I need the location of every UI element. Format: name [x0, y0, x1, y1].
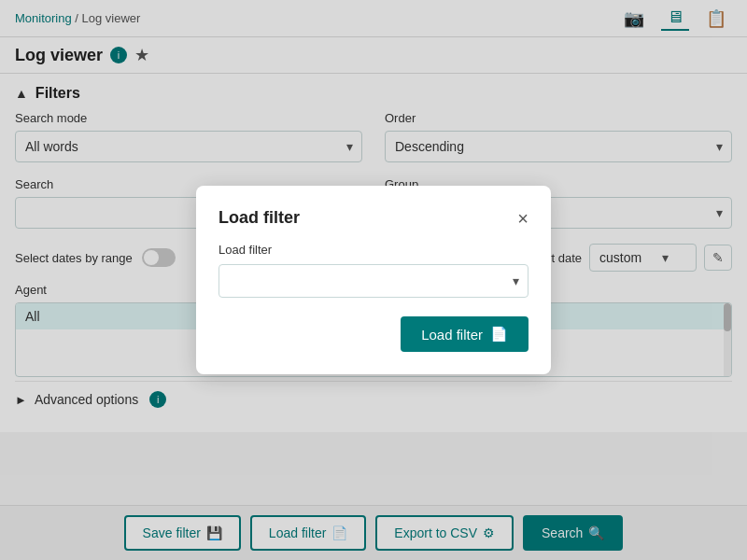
modal-header: Load filter ×: [218, 208, 529, 228]
modal-load-filter-select[interactable]: [218, 264, 529, 298]
modal-submit-button[interactable]: Load filter 📄: [401, 316, 529, 352]
modal-title: Load filter: [218, 208, 300, 228]
modal-footer: Load filter 📄: [218, 316, 529, 352]
modal-close-button[interactable]: ×: [517, 209, 529, 228]
load-filter-modal: Load filter × Load filter Load filter 📄: [196, 186, 551, 374]
modal-submit-label: Load filter: [421, 327, 483, 343]
modal-field-label: Load filter: [218, 243, 529, 257]
modal-submit-icon: 📄: [490, 326, 508, 343]
modal-select-wrapper: [218, 264, 529, 298]
modal-overlay[interactable]: Load filter × Load filter Load filter 📄: [0, 0, 747, 560]
